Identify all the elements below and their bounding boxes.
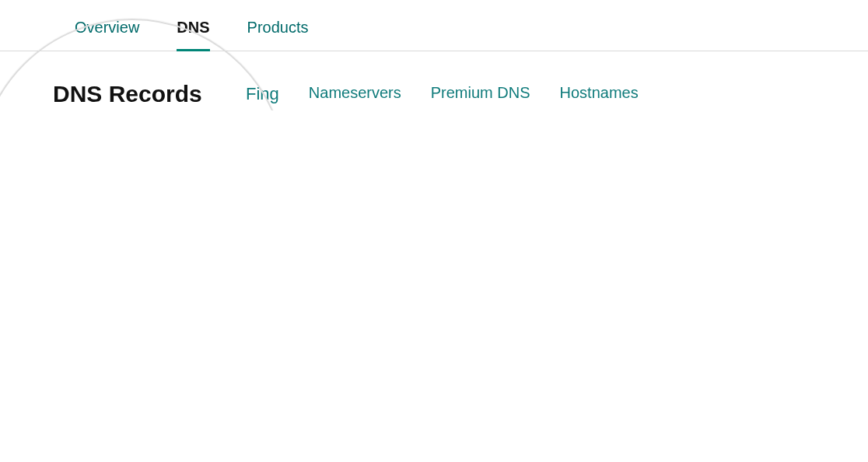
- tab-products[interactable]: Products: [247, 19, 309, 51]
- top-nav-tabs: Overview DNS Products: [0, 0, 868, 51]
- tab-dns[interactable]: DNS: [177, 19, 209, 51]
- section-title: DNS Records: [37, 78, 218, 110]
- subtab-forwarding-partial[interactable]: ing: [256, 84, 278, 103]
- subtab-hostnames[interactable]: Hostnames: [560, 84, 639, 104]
- tab-overview[interactable]: Overview: [75, 19, 139, 51]
- subtab-premium-dns[interactable]: Premium DNS: [431, 84, 530, 104]
- sub-nav-tabs: Fing Nameservers Premium DNS Hostnames: [246, 84, 639, 104]
- subtab-nameservers[interactable]: Nameservers: [309, 84, 401, 104]
